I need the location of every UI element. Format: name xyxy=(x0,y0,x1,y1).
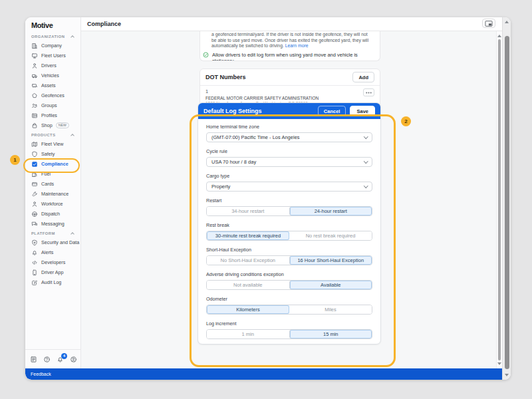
sidebar-item-label: Company xyxy=(41,43,62,49)
picture-in-picture-button[interactable] xyxy=(482,19,495,28)
option-30-minute-rest-break-required[interactable]: 30-minute rest break required xyxy=(207,231,289,240)
sidebar-item-shop[interactable]: ShopNEW xyxy=(25,120,80,130)
home-terminal-time-zone-select[interactable]: (GMT-07:00) Pacific Time - Los Angeles xyxy=(206,132,372,142)
sidebar-item-developers[interactable]: Developers xyxy=(25,257,80,267)
sidebar-item-label: Shop xyxy=(41,122,53,128)
field-rest-break: Rest break30-minute rest break requiredN… xyxy=(206,222,372,241)
browser-scroll-up-icon[interactable] xyxy=(505,21,509,23)
sidebar-item-maintenance[interactable]: Maintenance xyxy=(25,189,80,199)
dispatch-icon xyxy=(31,211,38,217)
option-kilometers[interactable]: Kilometers xyxy=(207,305,289,314)
dot-number-name: FEDERAL MOTOR CARRIER SAFETY ADMINISTRAT… xyxy=(205,96,374,100)
save-button[interactable]: Save xyxy=(350,106,375,116)
sidebar-item-label: Driver App xyxy=(41,269,64,275)
sidebar-item-label: Fuel xyxy=(41,171,51,177)
sidebar-footer: 4 xyxy=(25,349,80,368)
cancel-button[interactable]: Cancel xyxy=(318,106,346,116)
sidebar-item-assets[interactable]: Assets xyxy=(25,80,80,90)
browser-scrollbar[interactable] xyxy=(502,17,511,380)
option-1-min[interactable]: 1 min xyxy=(207,330,289,338)
sidebar-section-platform[interactable]: PLATFORM xyxy=(25,229,80,237)
scroll-up-arrow-icon[interactable] xyxy=(497,35,501,37)
sidebar-item-geofences[interactable]: Geofences xyxy=(25,90,80,100)
option-16-hour-short-haul-exception[interactable]: 16 Hour Short-Haul Exception xyxy=(289,256,372,265)
sidebar-item-audit-log[interactable]: Audit Log xyxy=(25,277,80,287)
sidebar-item-label: Fleet Users xyxy=(41,53,66,59)
sidebar-item-alerts[interactable]: Alerts xyxy=(25,247,80,257)
option-34-hour-restart[interactable]: 34-hour restart xyxy=(207,207,289,215)
notifications-button[interactable]: 4 xyxy=(57,356,64,363)
workforce-icon xyxy=(31,201,38,207)
field-label: Cycle rule xyxy=(206,148,372,154)
page-title: Compliance xyxy=(87,21,502,27)
sidebar-item-company[interactable]: Company xyxy=(25,41,80,51)
dot-number-menu-button[interactable] xyxy=(363,88,374,96)
content-scrollbar-thumb[interactable] xyxy=(498,39,501,360)
sidebar-item-fleet-users[interactable]: Fleet Users xyxy=(25,51,80,61)
sidebar-item-compliance[interactable]: Compliance xyxy=(25,159,80,169)
option-24-hour-restart[interactable]: 24-hour restart xyxy=(289,207,372,215)
cargo-type-select[interactable]: Property xyxy=(206,182,372,192)
sidebar-item-label: Safety xyxy=(41,151,55,157)
field-label: Odometer xyxy=(206,296,372,302)
yard-move-edit-log-setting[interactable]: Allow drivers to edit log form when usin… xyxy=(203,52,373,61)
sidebar-item-profiles[interactable]: Profiles xyxy=(25,110,80,120)
option-no-short-haul-exception[interactable]: No Short-Haul Exception xyxy=(207,256,289,265)
sidebar-item-security-and-data[interactable]: Security and Data xyxy=(25,237,80,247)
fuel-icon xyxy=(31,171,38,178)
option-no-rest-break-required[interactable]: No rest break required xyxy=(289,231,372,240)
feedback-bar[interactable]: Feedback xyxy=(25,368,502,380)
sidebar-item-label: Geofences xyxy=(41,92,65,98)
field-label: Adverse driving conditions exception xyxy=(206,271,372,277)
scroll-down-arrow-icon[interactable] xyxy=(497,362,501,365)
chevron-down-icon xyxy=(364,159,368,163)
field-home-terminal-time-zone: Home terminal time zone(GMT-07:00) Pacif… xyxy=(206,124,372,142)
sidebar-item-driver-app[interactable]: Driver App xyxy=(25,267,80,277)
maintenance-icon xyxy=(31,191,38,198)
add-dot-number-button[interactable]: Add xyxy=(352,72,374,82)
browser-scroll-down-icon[interactable] xyxy=(505,374,509,376)
fleet-users-icon xyxy=(31,53,38,59)
field-odometer: OdometerKilometersMiles xyxy=(206,296,372,315)
sidebar-item-cards[interactable]: Cards xyxy=(25,179,80,189)
sidebar-item-groups[interactable]: Groups xyxy=(25,100,80,110)
sidebar-item-vehicles[interactable]: Vehicles xyxy=(25,70,80,80)
option-15-min[interactable]: 15 min xyxy=(289,330,372,338)
option-not-available[interactable]: Not available xyxy=(207,281,289,289)
sidebar-item-label: Cards xyxy=(41,181,54,187)
sidebar-item-label: Drivers xyxy=(41,63,57,68)
app-window: Compliance a geofenced terminal/yard. If… xyxy=(25,17,511,380)
learn-more-link[interactable]: Learn more xyxy=(285,43,309,48)
cycle-rule-select[interactable]: USA 70 hour / 8 day xyxy=(206,157,372,167)
sidebar-item-fuel[interactable]: Fuel xyxy=(25,169,80,179)
sidebar-item-workforce[interactable]: Workforce xyxy=(25,199,80,209)
sidebar-item-dispatch[interactable]: Dispatch xyxy=(25,209,80,219)
option-miles[interactable]: Miles xyxy=(289,305,372,314)
sidebar-section-products[interactable]: PRODUCTS xyxy=(25,130,80,139)
sidebar-item-messaging[interactable]: Messaging xyxy=(25,219,80,229)
odometer-toggle: KilometersMiles xyxy=(206,305,372,315)
yard-move-card: a geofenced terminal/yard. If the driver… xyxy=(200,30,380,61)
default-log-settings-body: Home terminal time zone(GMT-07:00) Pacif… xyxy=(198,119,380,344)
help-button[interactable] xyxy=(43,356,51,363)
sidebar-item-label: Groups xyxy=(41,102,57,108)
drivers-icon xyxy=(31,63,38,69)
sidebar-item-fleet-view[interactable]: Fleet View xyxy=(25,139,80,149)
check-circle-icon xyxy=(203,52,209,58)
sidebar-section-organization[interactable]: ORGANIZATION xyxy=(25,32,80,41)
select-value: (GMT-07:00) Pacific Time - Los Angeles xyxy=(211,134,364,140)
company-icon xyxy=(31,43,38,49)
dot-numbers-title: DOT Numbers xyxy=(205,74,246,80)
option-available[interactable]: Available xyxy=(289,281,372,289)
sidebar-item-label: Dispatch xyxy=(41,211,60,217)
news-button[interactable] xyxy=(30,356,37,363)
account-button[interactable] xyxy=(70,356,77,363)
yard-move-edit-log-label: Allow drivers to edit log form when usin… xyxy=(212,52,373,61)
browser-scrollbar-thumb[interactable] xyxy=(505,36,509,369)
sidebar-item-drivers[interactable]: Drivers xyxy=(25,61,80,70)
content-scrollbar[interactable] xyxy=(496,31,502,368)
sidebar-item-safety[interactable]: Safety xyxy=(25,149,80,159)
field-label: Home terminal time zone xyxy=(206,124,372,130)
chevron-down-icon xyxy=(364,184,368,188)
sidebar-nav: ORGANIZATIONCompanyFleet UsersDriversVeh… xyxy=(25,32,80,287)
